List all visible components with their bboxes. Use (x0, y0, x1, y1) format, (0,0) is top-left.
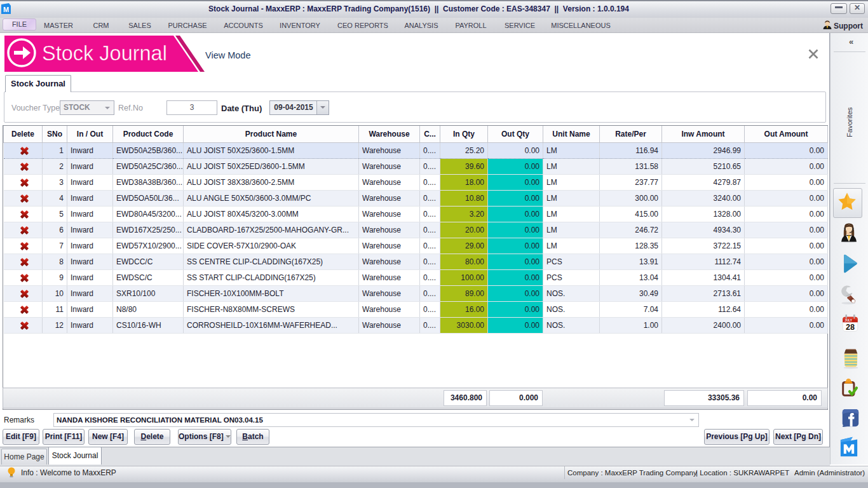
svg-text:M: M (3, 6, 9, 13)
svg-text:JULY: JULY (844, 319, 852, 322)
svg-text:28: 28 (846, 323, 855, 332)
svg-text:Stock Journal: Stock Journal (42, 42, 167, 65)
